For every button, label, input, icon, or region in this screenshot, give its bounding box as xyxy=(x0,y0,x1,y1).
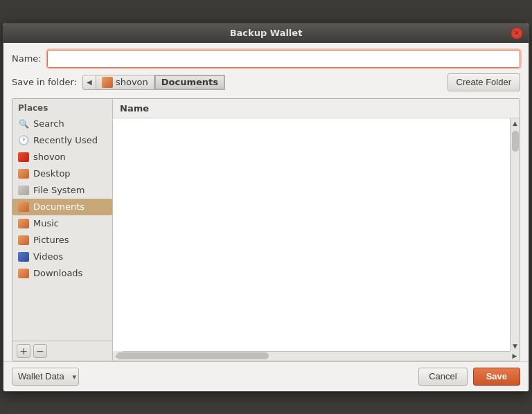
sidebar-item-downloads-label: Downloads xyxy=(33,268,82,278)
sidebar-item-music-label: Music xyxy=(33,218,59,228)
horizontal-scroll-thumb[interactable] xyxy=(116,352,269,359)
bottom-bar: Wallet Data All Files Cancel Save xyxy=(3,361,529,391)
sidebar-item-videos[interactable]: Videos xyxy=(12,249,112,265)
files-panel: Name ▲ ▼ ◀ ▶ xyxy=(113,99,520,361)
sidebar-item-videos-label: Videos xyxy=(33,251,63,262)
videos-folder-icon xyxy=(18,251,29,262)
save-folder-row: Save in folder: ◀ shovon Documents Creat… xyxy=(12,73,520,91)
breadcrumb-documents-label: Documents xyxy=(161,77,218,87)
files-content[interactable] xyxy=(113,118,510,351)
sidebar-item-filesystem[interactable]: File System xyxy=(12,182,112,199)
sidebar-item-shovon[interactable]: shovon xyxy=(12,149,112,165)
places-header: Places xyxy=(12,99,112,116)
vertical-scrollbar[interactable]: ▲ ▼ xyxy=(510,118,520,351)
filter-wrapper: Wallet Data All Files xyxy=(12,368,79,386)
scroll-right-arrow[interactable]: ▶ xyxy=(510,351,520,361)
nav-back-icon: ◀ xyxy=(87,78,92,86)
scroll-up-arrow[interactable]: ▲ xyxy=(511,118,520,128)
sidebar-item-music[interactable]: Music xyxy=(12,215,112,232)
add-place-button[interactable]: + xyxy=(17,344,30,358)
desktop-folder-icon xyxy=(18,168,29,179)
save-button[interactable]: Save xyxy=(473,368,520,386)
backup-wallet-dialog: Backup Wallet ✕ Name: Save in folder: ◀ … xyxy=(3,23,529,392)
sidebar-item-documents-label: Documents xyxy=(33,201,85,212)
places-panel: Places 🔍 Search 🕐 Recently Used shovon xyxy=(12,99,113,361)
scroll-down-arrow[interactable]: ▼ xyxy=(511,341,520,351)
folder-nav: ◀ shovon Documents xyxy=(82,75,447,90)
sidebar-item-recently-used-label: Recently Used xyxy=(33,135,98,145)
sidebar-item-search[interactable]: 🔍 Search xyxy=(12,116,112,132)
remove-place-button[interactable]: − xyxy=(33,344,47,358)
breadcrumb-documents[interactable]: Documents xyxy=(154,75,225,90)
sidebar-item-shovon-label: shovon xyxy=(33,152,66,162)
horizontal-scrollbar[interactable]: ◀ ▶ xyxy=(113,351,520,361)
search-icon: 🔍 xyxy=(18,118,29,129)
places-bottom: + − xyxy=(12,341,112,361)
sidebar-item-pictures[interactable]: Pictures xyxy=(12,232,112,249)
pictures-folder-icon xyxy=(18,235,29,246)
create-folder-button[interactable]: Create Folder xyxy=(447,73,520,91)
cancel-button[interactable]: Cancel xyxy=(418,368,467,386)
sidebar-item-search-label: Search xyxy=(33,118,64,129)
filesystem-icon xyxy=(18,185,29,196)
sidebar-item-documents[interactable]: Documents xyxy=(12,199,112,215)
browser-area: Places 🔍 Search 🕐 Recently Used shovon xyxy=(12,98,520,361)
folder-icon xyxy=(102,77,113,88)
save-folder-label: Save in folder: xyxy=(12,77,77,87)
downloads-folder-icon xyxy=(18,268,29,279)
breadcrumb-shovon[interactable]: shovon xyxy=(96,75,154,90)
vertical-scroll-thumb[interactable] xyxy=(512,131,519,152)
sidebar-item-desktop-label: Desktop xyxy=(33,168,71,179)
home-icon xyxy=(18,152,29,163)
sidebar-item-downloads[interactable]: Downloads xyxy=(12,265,112,282)
close-button[interactable]: ✕ xyxy=(511,27,523,39)
sidebar-item-recently-used[interactable]: 🕐 Recently Used xyxy=(12,132,112,149)
breadcrumb-shovon-label: shovon xyxy=(116,77,148,87)
nav-back-button[interactable]: ◀ xyxy=(82,75,96,90)
music-folder-icon xyxy=(18,218,29,229)
files-scrollable-area: ▲ ▼ xyxy=(113,118,520,351)
dialog-title: Backup Wallet xyxy=(230,28,303,38)
titlebar: Backup Wallet ✕ xyxy=(3,24,529,43)
recent-icon: 🕐 xyxy=(18,135,29,146)
sidebar-item-filesystem-label: File System xyxy=(33,185,85,195)
files-column-header: Name xyxy=(113,99,520,118)
sidebar-item-desktop[interactable]: Desktop xyxy=(12,165,112,182)
sidebar-item-pictures-label: Pictures xyxy=(33,235,69,245)
name-row: Name: xyxy=(12,50,520,68)
file-type-filter[interactable]: Wallet Data All Files xyxy=(12,368,79,386)
name-input[interactable] xyxy=(47,50,520,68)
documents-folder-icon xyxy=(18,201,29,213)
close-icon: ✕ xyxy=(514,29,520,37)
dialog-content: Name: Save in folder: ◀ shovon Documents… xyxy=(3,43,529,361)
name-label: Name: xyxy=(12,53,42,64)
